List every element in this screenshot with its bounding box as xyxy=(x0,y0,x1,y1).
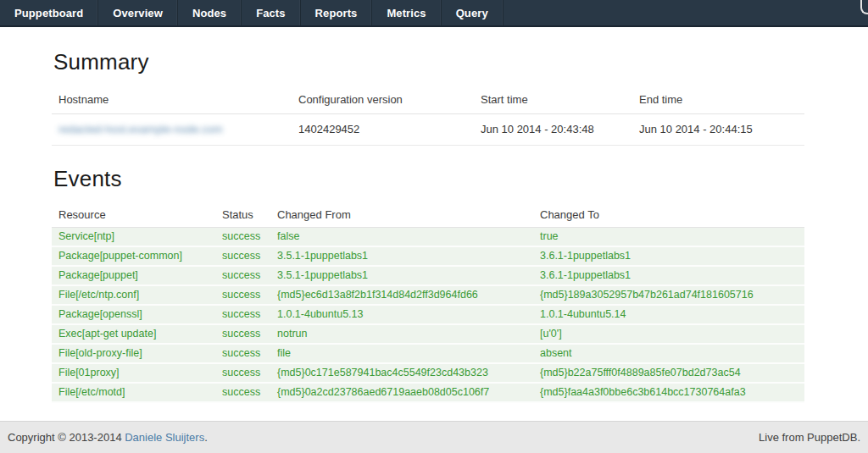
event-changed-from: false xyxy=(270,228,533,247)
event-changed-from: 1.0.1-4ubuntu5.13 xyxy=(270,305,533,324)
events-col-changed-from: Changed From xyxy=(270,203,533,228)
events-col-resource: Resource xyxy=(52,203,215,228)
nav-item-reports[interactable]: Reports xyxy=(301,0,373,25)
nav-item-metrics[interactable]: Metrics xyxy=(372,0,441,25)
event-resource: Package[puppet] xyxy=(52,266,215,285)
event-resource: File[/etc/motd] xyxy=(52,383,215,402)
end-time-value: Jun 10 2014 - 20:44:15 xyxy=(632,114,804,146)
event-status: success xyxy=(215,285,270,305)
config-version-value: 1402429452 xyxy=(292,114,474,146)
event-changed-to: true xyxy=(533,228,804,247)
event-resource: Exec[apt-get update] xyxy=(52,324,215,344)
nav-item-query[interactable]: Query xyxy=(442,0,504,25)
event-row: Package[openssl] success 1.0.1-4ubuntu5.… xyxy=(52,305,804,324)
event-changed-to: {md5}b22a75fff0f4889a85fe07bd2d73ac54 xyxy=(533,363,804,383)
event-row: Package[puppet] success 3.5.1-1puppetlab… xyxy=(52,266,804,285)
event-changed-to: 1.0.1-4ubuntu5.14 xyxy=(533,305,804,324)
events-col-status: Status xyxy=(215,203,270,228)
event-changed-from: file xyxy=(270,344,533,363)
copyright-text: Copyright © 2013-2014 Daniele Sluijters. xyxy=(8,431,208,444)
events-col-changed-to: Changed To xyxy=(533,203,804,228)
event-changed-to: {md5}189a3052957b47b261ad74f181605716 xyxy=(533,285,804,305)
event-row: Exec[apt-get update] success notrun [u'0… xyxy=(52,324,804,344)
event-row: Package[puppet-common] success 3.5.1-1pu… xyxy=(52,246,804,266)
event-row: File[/etc/motd] success {md5}0a2cd23786a… xyxy=(52,383,804,402)
event-status: success xyxy=(215,305,270,324)
summary-header-row: Hostname Configuration version Start tim… xyxy=(52,86,804,114)
event-resource: File[/etc/ntp.conf] xyxy=(52,285,215,305)
event-changed-from: 3.5.1-1puppetlabs1 xyxy=(270,246,533,266)
event-row: File[01proxy] success {md5}0c171e587941b… xyxy=(52,363,804,383)
nav-item-facts[interactable]: Facts xyxy=(242,0,300,25)
nav-item-nodes[interactable]: Nodes xyxy=(178,0,242,25)
main-content: Summary Hostname Configuration version S… xyxy=(52,27,804,403)
event-changed-from: {md5}ec6d13a8f2b1f314d84d2ff3d964fd66 xyxy=(270,285,533,305)
event-changed-from: 3.5.1-1puppetlabs1 xyxy=(270,266,533,285)
event-resource: Package[puppet-common] xyxy=(52,246,215,266)
summary-table: Hostname Configuration version Start tim… xyxy=(52,86,804,146)
footer: Copyright © 2013-2014 Daniele Sluijters.… xyxy=(0,421,868,453)
event-row: File[/etc/ntp.conf] success {md5}ec6d13a… xyxy=(52,285,804,305)
event-changed-from: notrun xyxy=(270,324,533,344)
hostname-link[interactable]: redacted-host.example-node.com xyxy=(58,123,223,135)
event-changed-from: {md5}0c171e587941bac4c5549f23cd43b323 xyxy=(270,363,533,383)
nav-item-overview[interactable]: Overview xyxy=(98,0,178,25)
events-heading: Events xyxy=(53,166,804,191)
event-status: success xyxy=(215,266,270,285)
event-changed-to: {md5}faa4a3f0bbe6c3b614bcc1730764afa3 xyxy=(533,383,804,402)
event-resource: Service[ntp] xyxy=(52,228,215,247)
event-resource: Package[openssl] xyxy=(52,305,215,324)
summary-col-start-time: Start time xyxy=(474,86,632,114)
event-status: success xyxy=(215,246,270,266)
summary-col-hostname: Hostname xyxy=(52,86,292,114)
event-changed-to: [u'0'] xyxy=(533,324,804,344)
event-changed-from: {md5}0a2cd23786aed6719aaeb08d05c106f7 xyxy=(270,383,533,402)
event-status: success xyxy=(215,228,270,247)
navbar: Puppetboard Overview Nodes Facts Reports… xyxy=(0,0,868,27)
event-status: success xyxy=(215,324,270,344)
navbar-brand[interactable]: Puppetboard xyxy=(0,0,98,25)
summary-col-end-time: End time xyxy=(632,86,804,114)
summary-row: redacted-host.example-node.com 140242945… xyxy=(52,114,804,146)
event-row: File[old-proxy-file] success file absent xyxy=(52,344,804,363)
author-link[interactable]: Daniele Sluijters xyxy=(125,431,204,444)
event-status: success xyxy=(215,383,270,402)
summary-heading: Summary xyxy=(53,49,804,75)
event-resource: File[old-proxy-file] xyxy=(52,344,215,363)
summary-col-config-version: Configuration version xyxy=(292,86,474,114)
scrollbar-thumb[interactable] xyxy=(860,0,868,14)
events-table: Resource Status Changed From Changed To … xyxy=(52,203,804,403)
event-changed-to: 3.6.1-1puppetlabs1 xyxy=(533,246,804,266)
copyright-suffix: . xyxy=(204,431,208,444)
event-status: success xyxy=(215,363,270,383)
event-resource: File[01proxy] xyxy=(52,363,215,383)
copyright-prefix: Copyright © 2013-2014 xyxy=(8,431,125,444)
puppetdb-status-text: Live from PuppetDB. xyxy=(759,431,860,444)
event-row: Service[ntp] success false true xyxy=(52,228,804,247)
events-header-row: Resource Status Changed From Changed To xyxy=(52,203,804,228)
start-time-value: Jun 10 2014 - 20:43:48 xyxy=(474,114,632,146)
event-status: success xyxy=(215,344,270,363)
event-changed-to: 3.6.1-1puppetlabs1 xyxy=(533,266,804,285)
event-changed-to: absent xyxy=(533,344,804,363)
